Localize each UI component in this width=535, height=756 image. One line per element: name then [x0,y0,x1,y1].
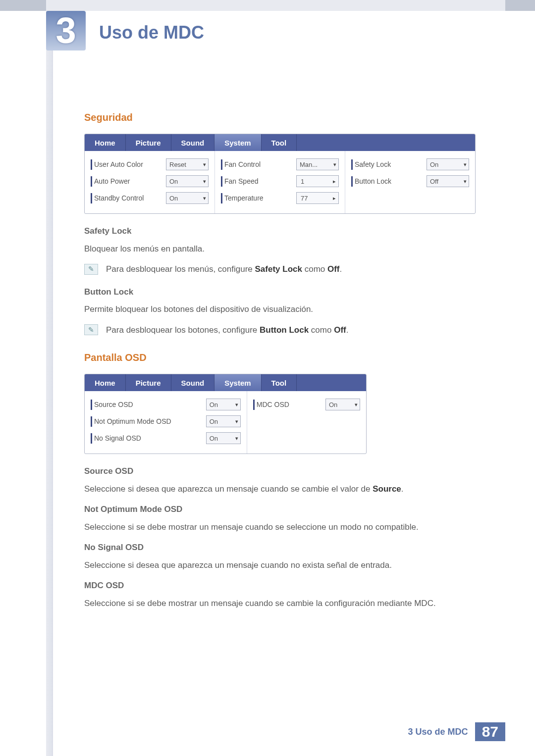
label-not-optimum-osd: Not Optimum Mode OSD [91,416,202,427]
desc-not-optimum-osd: Seleccione si se debe mostrar un mensaje… [84,521,495,534]
label-safety-lock: Safety Lock [351,159,423,170]
text-part: . [401,484,404,494]
note-text-part: . [346,325,349,335]
tab-tool[interactable]: Tool [262,374,297,391]
note-text-part: Para desbloquear los botones, configure [106,325,260,335]
text-bold: Source [373,484,401,494]
heading-no-signal-osd: No Signal OSD [84,541,495,554]
label-user-auto-color: User Auto Color [91,159,162,170]
chapter-badge: 3 [46,11,86,50]
step-temperature[interactable]: 77 [296,192,339,204]
security-panel: Home Picture Sound System Tool User Auto… [84,134,476,214]
drop-mdc-osd[interactable]: On [325,399,360,410]
desc-mdc-osd: Seleccione si se debe mostrar un mensaje… [84,597,495,610]
note-bold: Off [334,325,346,335]
osd-tab-bar: Home Picture Sound System Tool [85,374,366,391]
tab-system[interactable]: System [214,374,261,391]
label-button-lock: Button Lock [351,176,423,187]
label-mdc-osd: MDC OSD [253,400,321,410]
heading-button-lock: Button Lock [84,286,495,299]
page-footer: 3 Uso de MDC 87 [408,722,505,741]
tab-picture[interactable]: Picture [126,134,171,151]
osd-panel: Home Picture Sound System Tool Source OS… [84,374,367,454]
heading-not-optimum-osd: Not Optimum Mode OSD [84,503,495,516]
tab-sound[interactable]: Sound [171,134,215,151]
label-source-osd: Source OSD [91,400,202,410]
security-tab-bar: Home Picture Sound System Tool [85,134,475,151]
note-bold: Button Lock [260,325,309,335]
drop-source-osd[interactable]: On [206,399,241,410]
tab-sound[interactable]: Sound [171,374,215,391]
heading-security: Seguridad [84,110,495,125]
note-button-lock: Para desbloquear los botones, configure … [106,324,495,337]
desc-safety-lock: Bloquear los menús en pantalla. [84,243,495,255]
drop-not-optimum-osd[interactable]: On [206,415,241,427]
step-fan-speed[interactable]: 1 [296,175,339,187]
drop-auto-power[interactable]: On [166,175,209,187]
tab-tool[interactable]: Tool [262,134,297,151]
label-no-signal-osd: No Signal OSD [91,433,202,444]
page-content: Seguridad Home Picture Sound System Tool… [84,11,495,609]
label-temperature: Temperature [221,193,292,203]
desc-no-signal-osd: Seleccione si desea que aparezca un mens… [84,559,495,572]
page-top-border [0,0,535,11]
label-auto-power: Auto Power [91,176,162,187]
drop-safety-lock[interactable]: On [427,158,469,170]
note-safety-lock: Para desbloquear los menús, configure Sa… [106,263,495,276]
drop-user-auto-color[interactable]: Reset [166,158,209,170]
text-part: Seleccione si desea que aparezca un mens… [84,484,373,494]
note-text-part: como [309,325,334,335]
chapter-number: 3 [55,12,76,49]
heading-osd: Pantalla OSD [84,350,495,365]
note-text-part: Para desbloquear los menús, configure [106,264,255,274]
note-icon: ✎ [84,324,98,335]
tab-system[interactable]: System [214,134,261,151]
label-fan-control: Fan Control [221,159,292,170]
note-icon: ✎ [84,264,98,275]
tab-home[interactable]: Home [85,134,126,151]
note-bold: Safety Lock [255,264,302,274]
desc-source-osd: Seleccione si desea que aparezca un mens… [84,483,495,496]
page-side-border [46,11,53,756]
note-text-part: como [302,264,327,274]
tab-home[interactable]: Home [85,374,126,391]
label-standby-control: Standby Control [91,193,162,203]
note-bold: Off [327,264,340,274]
chapter-title: Uso de MDC [99,22,204,43]
note-text-part: . [340,264,342,274]
tab-picture[interactable]: Picture [126,374,171,391]
footer-text: 3 Uso de MDC [408,727,468,737]
label-fan-speed: Fan Speed [221,176,292,187]
drop-no-signal-osd[interactable]: On [206,432,241,444]
heading-safety-lock: Safety Lock [84,225,495,238]
heading-mdc-osd: MDC OSD [84,579,495,592]
footer-page-number: 87 [475,722,505,741]
drop-standby-control[interactable]: On [166,192,209,204]
heading-source-osd: Source OSD [84,465,495,478]
desc-button-lock: Permite bloquear los botones del disposi… [84,303,495,316]
drop-button-lock[interactable]: Off [427,175,469,187]
drop-fan-control[interactable]: Man... [296,158,339,170]
